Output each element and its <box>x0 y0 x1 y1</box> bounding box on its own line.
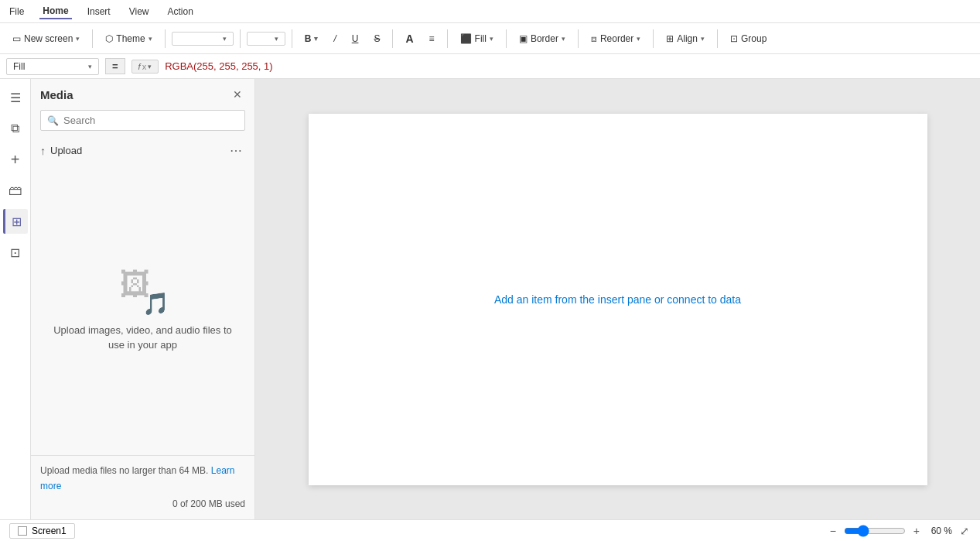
text-color-icon: A <box>405 33 413 45</box>
footer-text: Upload media files no larger than 64 MB. <box>40 465 208 476</box>
chevron-down-icon-2: ▾ <box>149 35 152 43</box>
chevron-down-icon-11: ▾ <box>148 63 152 70</box>
upload-icon: ↑ <box>40 145 46 157</box>
menu-bar: File Home Insert View Action <box>0 0 980 23</box>
separator-10 <box>717 29 718 48</box>
chevron-down-icon-9: ▾ <box>701 35 705 43</box>
group-button[interactable]: ⊡ Group <box>724 30 773 47</box>
border-icon: ▣ <box>519 33 528 44</box>
menu-home[interactable]: Home <box>39 4 71 19</box>
separator-2 <box>165 29 166 48</box>
icon-sidebar: ☰ ⧉ + 🗃 ⊞ ⊡ <box>0 79 31 519</box>
underline-button[interactable]: U <box>346 30 365 47</box>
zoom-slider[interactable] <box>844 525 906 537</box>
fx-icon: f <box>138 62 141 71</box>
screen-checkbox[interactable] <box>18 526 27 536</box>
more-button[interactable]: ⋯ <box>227 142 245 159</box>
canvas-frame: Add an item from the insert pane or conn… <box>309 114 927 485</box>
media-combined-icon: 🖼 🎵 <box>120 267 166 313</box>
panel-title: Media <box>40 88 73 101</box>
fullscreen-button[interactable]: ⤢ <box>958 523 971 539</box>
zoom-out-button[interactable]: − <box>828 523 838 539</box>
reorder-icon: ⧈ <box>591 33 597 44</box>
layers-icon[interactable]: ⧉ <box>3 116 28 141</box>
theme-button[interactable]: ⬡ Theme ▾ <box>99 30 158 47</box>
chevron-down-icon-8: ▾ <box>637 35 640 43</box>
zoom-controls: − + 60 % ⤢ <box>828 523 971 539</box>
chevron-down-icon-4: ▾ <box>275 35 278 43</box>
upload-button[interactable]: ↑ Upload <box>40 145 82 157</box>
chevron-down-icon-5: ▾ <box>314 35 318 43</box>
reorder-button[interactable]: ⧈ Reorder ▾ <box>585 30 647 47</box>
align-button[interactable]: ≡ <box>423 30 441 47</box>
chevron-down-icon-10: ▾ <box>88 63 92 70</box>
separator-9 <box>653 29 654 48</box>
canvas-hint: Add an item from the insert pane or conn… <box>494 293 741 306</box>
align-icon: ≡ <box>429 33 435 44</box>
separator-7 <box>506 29 507 48</box>
separator-5 <box>392 29 393 48</box>
border-button[interactable]: ▣ Border ▾ <box>513 30 572 47</box>
search-input[interactable] <box>63 115 238 126</box>
hamburger-icon[interactable]: ☰ <box>3 85 28 110</box>
connect-to-data-link[interactable]: connect to data <box>667 293 741 306</box>
italic-button[interactable]: / <box>327 30 342 47</box>
formula-input[interactable] <box>165 60 974 72</box>
chevron-down-icon-6: ▾ <box>490 35 493 43</box>
add-icon[interactable]: + <box>3 147 28 172</box>
font-dropdown[interactable]: ▾ <box>172 32 234 46</box>
data-icon[interactable]: 🗃 <box>3 178 28 203</box>
menu-insert[interactable]: Insert <box>84 5 114 19</box>
screen-icon: ▭ <box>12 33 21 44</box>
footer-usage: 0 of 200 MB used <box>40 497 245 512</box>
panel-header: Media ✕ <box>31 79 254 110</box>
chevron-down-icon-7: ▾ <box>562 35 565 43</box>
fx-button[interactable]: f x ▾ <box>131 60 159 74</box>
close-button[interactable]: ✕ <box>230 87 245 102</box>
main-layout: ☰ ⧉ + 🗃 ⊞ ⊡ Media ✕ 🔍 ↑ Upload ⋯ 🖼 🎵 <box>0 79 980 519</box>
components-icon[interactable]: ⊡ <box>3 240 28 265</box>
zoom-in-button[interactable]: + <box>912 523 921 539</box>
screen-tab[interactable]: Screen1 <box>9 523 75 539</box>
menu-action[interactable]: Action <box>165 5 196 19</box>
upload-row: ↑ Upload ⋯ <box>31 137 254 164</box>
align-pos-icon: ⊞ <box>666 33 674 44</box>
toolbar: ▭ New screen ▾ ⬡ Theme ▾ ▾ ▾ B ▾ / U S A… <box>0 23 980 54</box>
separator-3 <box>240 29 241 48</box>
zoom-level: 60 % <box>927 526 952 536</box>
theme-icon: ⬡ <box>105 33 113 44</box>
equals-button[interactable]: = <box>105 58 125 74</box>
media-icon[interactable]: ⊞ <box>3 209 28 234</box>
search-icon: 🔍 <box>47 115 59 126</box>
fill-icon: ⬛ <box>460 33 472 44</box>
formula-bar: Fill ▾ = f x ▾ <box>0 54 980 79</box>
separator-4 <box>292 29 292 48</box>
new-screen-button[interactable]: ▭ New screen ▾ <box>6 30 86 47</box>
separator-8 <box>578 29 579 48</box>
separator-6 <box>447 29 448 48</box>
strikethrough-button[interactable]: S <box>367 30 386 47</box>
align-pos-button[interactable]: ⊞ Align ▾ <box>660 30 711 47</box>
empty-state: 🖼 🎵 Upload images, video, and audio file… <box>31 164 254 455</box>
music-icon: 🎵 <box>142 291 169 317</box>
search-box: 🔍 <box>40 110 245 131</box>
fill-selector[interactable]: Fill ▾ <box>6 58 99 75</box>
fill-button[interactable]: ⬛ Fill ▾ <box>454 30 500 47</box>
font-size-dropdown[interactable]: ▾ <box>247 32 285 46</box>
menu-file[interactable]: File <box>6 5 27 19</box>
separator-1 <box>92 29 93 48</box>
chevron-down-icon-3: ▾ <box>223 35 227 43</box>
bold-button[interactable]: B ▾ <box>299 30 325 47</box>
group-icon: ⊡ <box>730 33 738 44</box>
status-bar: Screen1 − + 60 % ⤢ <box>0 519 980 541</box>
panel-footer: Upload media files no larger than 64 MB.… <box>31 455 254 519</box>
menu-view[interactable]: View <box>126 5 152 19</box>
chevron-down-icon: ▾ <box>76 35 80 43</box>
text-color-button[interactable]: A <box>399 29 419 48</box>
media-panel: Media ✕ 🔍 ↑ Upload ⋯ 🖼 🎵 Upload images, … <box>31 79 255 519</box>
canvas-area: Add an item from the insert pane or conn… <box>255 79 980 519</box>
empty-text: Upload images, video, and audio files to… <box>46 323 239 353</box>
